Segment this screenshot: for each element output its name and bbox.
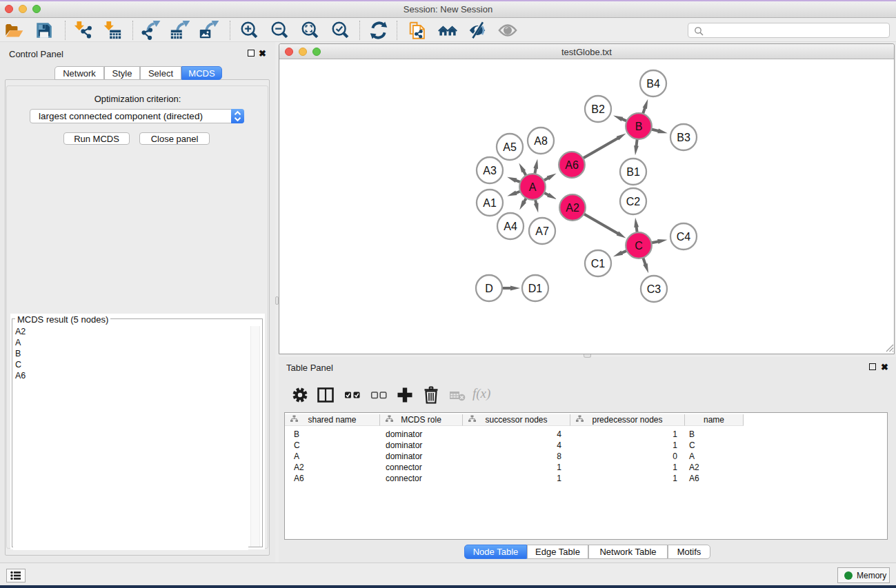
svg-text:B1: B1: [626, 166, 640, 178]
svg-text:C: C: [635, 240, 643, 252]
svg-text:A1: A1: [483, 197, 497, 209]
svg-text:A5: A5: [503, 141, 517, 153]
svg-text:C1: C1: [591, 258, 606, 270]
svg-text:A7: A7: [535, 225, 549, 237]
svg-text:A3: A3: [483, 165, 497, 176]
svg-text:A4: A4: [504, 221, 517, 232]
svg-text:C3: C3: [647, 283, 661, 295]
svg-text:B4: B4: [646, 78, 660, 90]
svg-text:A: A: [529, 181, 537, 193]
svg-text:A6: A6: [565, 159, 579, 171]
svg-text:D1: D1: [528, 283, 543, 294]
svg-text:C2: C2: [626, 196, 641, 207]
svg-text:A2: A2: [566, 202, 579, 214]
svg-text:D: D: [485, 283, 493, 294]
svg-text:C4: C4: [677, 231, 691, 243]
svg-text:A8: A8: [534, 135, 548, 147]
svg-text:B2: B2: [591, 103, 605, 115]
svg-text:B3: B3: [677, 132, 690, 143]
svg-text:B: B: [635, 121, 643, 132]
